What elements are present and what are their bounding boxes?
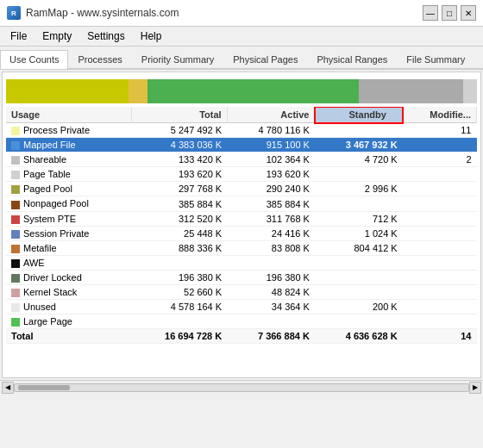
maximize-button[interactable]: □ [442, 5, 457, 21]
cell-total: 312 520 K [132, 211, 227, 226]
tab-file-details[interactable]: File Details [474, 50, 483, 68]
cell-standby: 200 K [315, 300, 403, 314]
menu-item-help[interactable]: Help [134, 28, 169, 44]
cell-active: 193 620 K [227, 167, 315, 182]
cell-active: 915 100 K [227, 138, 315, 152]
total-total: 16 694 728 K [132, 329, 227, 344]
cell-total [132, 255, 227, 270]
table-row[interactable]: Large Page [6, 314, 477, 329]
usage-label: Mapped File [6, 138, 132, 152]
close-button[interactable]: ✕ [461, 5, 476, 21]
tabs-bar: Use CountsProcessesPriority SummaryPhysi… [0, 47, 483, 70]
memory-bar-segment [6, 79, 129, 103]
cell-active: 196 380 K [227, 270, 315, 284]
cell-modified [403, 240, 477, 255]
total-active: 7 366 884 K [227, 329, 315, 344]
color-swatch [11, 156, 20, 165]
cell-modified [403, 300, 477, 314]
color-swatch [11, 215, 20, 224]
table-header: Usage Total Active Standby Modifie... [6, 107, 477, 123]
cell-modified [403, 226, 477, 240]
color-swatch [11, 318, 20, 327]
cell-total: 385 884 K [132, 196, 227, 211]
usage-label: AWE [6, 255, 132, 270]
table-row[interactable]: Process Private5 247 492 K4 780 116 K11 [6, 123, 477, 138]
window-title: RamMap - www.sysinternals.com [26, 7, 179, 19]
col-modified: Modifie... [403, 107, 477, 123]
cell-standby [315, 270, 403, 284]
color-swatch [11, 141, 20, 150]
table-row[interactable]: Page Table193 620 K193 620 K [6, 167, 477, 182]
color-swatch [11, 230, 20, 239]
tab-physical-ranges[interactable]: Physical Ranges [307, 50, 397, 68]
table-row[interactable]: Driver Locked196 380 K196 380 K [6, 270, 477, 284]
color-swatch [11, 274, 20, 283]
color-swatch [11, 127, 20, 135]
col-usage: Usage [6, 107, 132, 123]
cell-standby [315, 255, 403, 270]
table-row[interactable]: Mapped File4 383 036 K915 100 K3 467 932… [6, 138, 477, 152]
tab-priority-summary[interactable]: Priority Summary [132, 50, 223, 68]
usage-table: Usage Total Active Standby Modifie... Pr… [6, 107, 477, 344]
table-row[interactable]: Shareable133 420 K102 364 K4 720 K2 [6, 152, 477, 167]
cell-modified [403, 196, 477, 211]
tab-file-summary[interactable]: File Summary [397, 50, 474, 68]
usage-label: Unused [6, 300, 132, 314]
table-row[interactable]: Unused4 578 164 K34 364 K200 K [6, 300, 477, 314]
color-swatch [11, 303, 20, 312]
table-container[interactable]: Usage Total Active Standby Modifie... Pr… [6, 107, 477, 374]
table-row[interactable]: Metafile888 336 K83 808 K804 412 K [6, 240, 477, 255]
tab-processes[interactable]: Processes [68, 50, 131, 68]
menu-item-empty[interactable]: Empty [35, 28, 78, 44]
cell-total: 193 620 K [132, 167, 227, 182]
col-total: Total [132, 107, 227, 123]
scrollbar-track[interactable] [14, 383, 469, 392]
horizontal-scrollbar[interactable]: ◀ ▶ [0, 380, 483, 394]
content-area: Usage Total Active Standby Modifie... Pr… [2, 72, 481, 378]
table-row[interactable]: Paged Pool297 768 K290 240 K2 996 K [6, 182, 477, 196]
table-row[interactable]: Kernel Stack52 660 K48 824 K [6, 285, 477, 300]
tab-physical-pages[interactable]: Physical Pages [223, 50, 307, 68]
cell-total: 4 578 164 K [132, 300, 227, 314]
table-row[interactable]: AWE [6, 255, 477, 270]
tab-use-counts[interactable]: Use Counts [0, 50, 68, 69]
cell-standby [315, 285, 403, 300]
cell-standby: 4 720 K [315, 152, 403, 167]
minimize-button[interactable]: — [423, 5, 438, 21]
total-row: Total16 694 728 K7 366 884 K4 636 628 K1… [6, 329, 477, 344]
memory-bar-segment [463, 79, 477, 103]
cell-active: 24 416 K [227, 226, 315, 240]
total-standby: 4 636 628 K [315, 329, 403, 344]
table-row[interactable]: Nonpaged Pool385 884 K385 884 K [6, 196, 477, 211]
memory-bar-segment [147, 79, 354, 103]
color-swatch [11, 259, 20, 268]
menu-bar: FileEmptySettingsHelp [0, 27, 483, 47]
table-row[interactable]: Session Private25 448 K24 416 K1 024 K [6, 226, 477, 240]
cell-standby: 804 412 K [315, 240, 403, 255]
col-active: Active [227, 107, 315, 123]
cell-total: 888 336 K [132, 240, 227, 255]
color-swatch [11, 245, 20, 253]
usage-label: Large Page [6, 314, 132, 329]
cell-active: 48 824 K [227, 285, 315, 300]
menu-item-settings[interactable]: Settings [80, 28, 131, 44]
cell-total: 25 448 K [132, 226, 227, 240]
menu-item-file[interactable]: File [3, 28, 34, 44]
cell-standby [315, 123, 403, 138]
cell-standby: 2 996 K [315, 182, 403, 196]
table-row[interactable]: System PTE312 520 K311 768 K712 K [6, 211, 477, 226]
cell-modified [403, 285, 477, 300]
cell-active: 311 768 K [227, 211, 315, 226]
scroll-left-button[interactable]: ◀ [2, 382, 14, 394]
cell-active: 34 364 K [227, 300, 315, 314]
cell-total: 4 383 036 K [132, 138, 227, 152]
usage-label: Metafile [6, 240, 132, 255]
scrollbar-thumb[interactable] [18, 385, 70, 390]
cell-standby: 712 K [315, 211, 403, 226]
cell-standby: 3 467 932 K [315, 138, 403, 152]
memory-bar-segment [359, 79, 462, 103]
cell-modified [403, 182, 477, 196]
cell-modified [403, 138, 477, 152]
scroll-right-button[interactable]: ▶ [469, 382, 481, 394]
usage-label: Shareable [6, 152, 132, 167]
